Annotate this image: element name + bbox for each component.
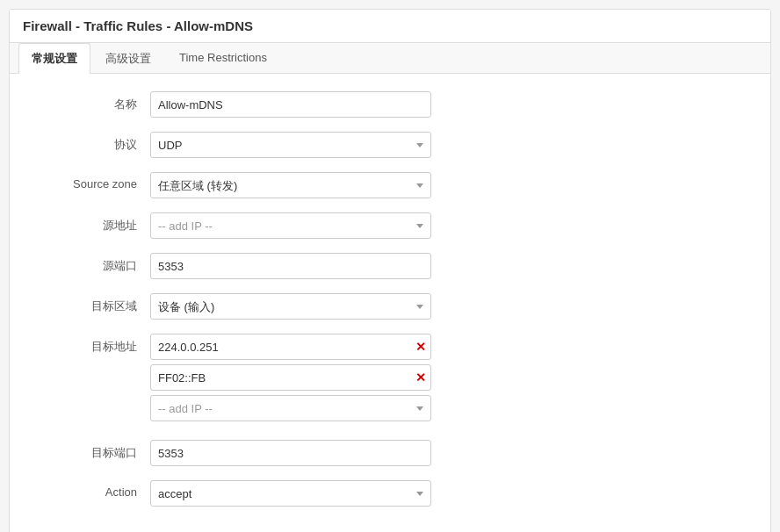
source-port-input[interactable]	[150, 253, 431, 279]
protocol-select[interactable]: UDP TCP TCP+UDP ICMP	[150, 132, 431, 158]
page-title: Firewall - Traffic Rules - Allow-mDNS	[10, 10, 770, 43]
field-dest-port: 目标端口	[36, 440, 744, 466]
source-zone-label: Source zone	[36, 172, 150, 191]
action-label: Action	[36, 480, 150, 499]
dest-port-input[interactable]	[150, 440, 431, 466]
dest-address-label: 目标地址	[36, 334, 150, 355]
tab-general[interactable]: 常规设置	[18, 43, 90, 74]
field-action: Action accept drop reject mark notrack	[36, 480, 744, 507]
source-port-label: 源端口	[36, 253, 150, 274]
dest-ip-row-1: ✕	[150, 364, 431, 391]
field-protocol: 协议 UDP TCP TCP+UDP ICMP	[36, 132, 744, 158]
dest-ip-remove-0[interactable]: ✕	[415, 340, 426, 354]
source-address-control: -- add IP --	[150, 212, 431, 239]
dest-ip-row-0: ✕	[150, 334, 431, 360]
action-select[interactable]: accept drop reject mark notrack	[150, 480, 431, 507]
field-source-port: 源端口	[36, 253, 744, 279]
field-source-zone: Source zone 任意区域 (转发) lan wan	[36, 172, 744, 198]
dest-address-add-select[interactable]: -- add IP --	[150, 395, 431, 421]
dest-ip-wrap-0: ✕	[150, 334, 431, 360]
action-control: accept drop reject mark notrack	[150, 480, 431, 507]
dest-ip-wrap-1: ✕	[150, 364, 431, 391]
source-zone-select[interactable]: 任意区域 (转发) lan wan	[150, 172, 431, 198]
dest-port-control	[150, 440, 431, 466]
dest-zone-control: 设备 (输入) lan wan	[150, 293, 431, 320]
name-control	[150, 91, 431, 118]
dest-zone-label: 目标区域	[36, 293, 150, 314]
protocol-label: 协议	[36, 132, 150, 153]
tab-bar: 常规设置 高级设置 Time Restrictions	[10, 43, 770, 74]
form-body: 名称 协议 UDP TCP TCP+UDP ICMP Source zone	[10, 74, 770, 532]
dest-port-label: 目标端口	[36, 440, 150, 461]
source-address-label: 源地址	[36, 212, 150, 234]
dest-ip-add-row: -- add IP --	[150, 395, 431, 421]
tab-advanced[interactable]: 高级设置	[92, 43, 164, 74]
name-label: 名称	[36, 91, 150, 112]
tab-time-restrictions[interactable]: Time Restrictions	[166, 43, 280, 74]
protocol-control: UDP TCP TCP+UDP ICMP	[150, 132, 431, 158]
dest-ip-remove-1[interactable]: ✕	[415, 370, 426, 385]
field-source-address: 源地址 -- add IP --	[36, 212, 744, 239]
field-dest-address: 目标地址 ✕ ✕ -- add IP --	[36, 334, 744, 426]
dest-zone-select[interactable]: 设备 (输入) lan wan	[150, 293, 431, 320]
field-dest-zone: 目标区域 设备 (输入) lan wan	[36, 293, 744, 320]
source-port-control	[150, 253, 431, 279]
name-input[interactable]	[150, 91, 431, 118]
source-zone-control: 任意区域 (转发) lan wan	[150, 172, 431, 198]
dest-address-control: ✕ ✕ -- add IP --	[150, 334, 431, 426]
dest-ip-input-0[interactable]	[150, 334, 431, 360]
dest-ip-input-1[interactable]	[150, 364, 431, 391]
field-name: 名称	[36, 91, 744, 118]
source-address-select[interactable]: -- add IP --	[150, 212, 431, 239]
